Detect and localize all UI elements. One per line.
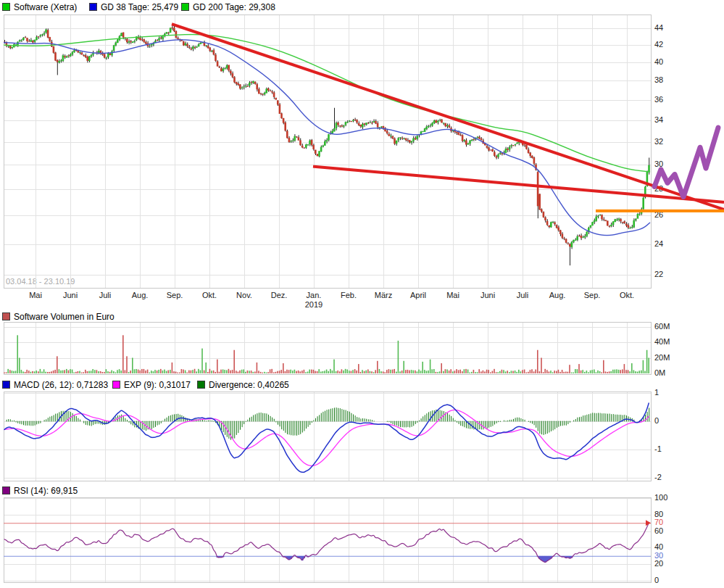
rsi-tick-label: 60 <box>654 526 663 535</box>
gd38-swatch-icon <box>89 3 97 11</box>
month-label: Feb. <box>331 291 366 299</box>
month-label: Juni <box>53 291 88 299</box>
price-tick-label: 42 <box>654 40 663 49</box>
rsi-tick-label: 80 <box>654 510 663 518</box>
macd-label: MACD (26, 12): 0,71283 <box>14 380 108 390</box>
macd-tick-label: -2 <box>654 473 662 481</box>
macd-tick-label: 0 <box>654 416 659 425</box>
month-label: Jan. <box>296 291 331 299</box>
rsi-label: RSI (14): 69,915 <box>14 486 78 496</box>
price-tick-label: 32 <box>654 137 663 146</box>
month-label: Aug. <box>122 291 157 299</box>
month-label: April <box>401 291 436 299</box>
rsi-swatch-icon <box>2 486 10 494</box>
month-label: Juli <box>88 291 122 299</box>
series-swatch-icon <box>2 3 10 11</box>
price-tick-label: 38 <box>654 75 663 84</box>
month-label: März <box>366 291 401 299</box>
date-range-label: 03.04.18 - 23.10.19 <box>6 277 75 286</box>
rsi-tick-label: 40 <box>654 542 663 551</box>
volume-label: Software Volumen in Euro <box>14 312 115 322</box>
series-label: Software (Xetra) <box>14 2 77 12</box>
volume-tick-label: 40M <box>654 337 670 346</box>
volume-legend: Software Volumen in Euro <box>2 312 115 322</box>
stock-chart-page: Software (Xetra) GD 38 Tage: 25,479 GD 2… <box>0 0 724 588</box>
price-tick-label: 40 <box>654 57 663 66</box>
gd200-swatch-icon <box>181 3 189 11</box>
macd-legend-exp: EXP (9): 0,31017 <box>112 380 191 390</box>
month-label: Juli <box>505 291 540 299</box>
macd-tick-label: -1 <box>654 444 662 453</box>
divergence-swatch-icon <box>197 381 205 389</box>
price-tick-label: 22 <box>654 270 663 278</box>
macd-swatch-icon <box>2 381 10 389</box>
price-tick-label: 28 <box>654 184 663 193</box>
gd38-label: GD 38 Tage: 25,479 <box>101 2 178 12</box>
price-tick-label: 44 <box>654 23 663 32</box>
month-label: Okt. <box>192 291 227 299</box>
rsi-tick-label: 100 <box>654 493 667 502</box>
month-label: Mai <box>436 291 470 299</box>
rsi-legend: RSI (14): 69,915 <box>2 486 78 496</box>
volume-tick-label: 60M <box>654 322 670 331</box>
rsi-tick-label: 70 <box>654 518 663 526</box>
price-legend-series: Software (Xetra) <box>2 2 77 12</box>
volume-tick-label: 0M <box>654 368 665 377</box>
month-label: Sep. <box>157 291 192 299</box>
rsi-tick-label: 30 <box>654 551 663 560</box>
month-label: Okt. <box>609 291 644 299</box>
volume-tick-label: 20M <box>654 353 670 362</box>
exp-swatch-icon <box>112 381 120 389</box>
macd-legend-macd: MACD (26, 12): 0,71283 <box>2 380 108 390</box>
month-label: Sep. <box>575 291 609 299</box>
price-tick-label: 24 <box>654 239 663 248</box>
month-label: Juni <box>470 291 505 299</box>
divergence-label: Divergence: 0,40265 <box>209 380 289 390</box>
volume-swatch-icon <box>2 312 10 320</box>
rsi-tick-label: 20 <box>654 559 663 568</box>
month-label: Mai <box>18 291 53 299</box>
year-label: 2019 <box>296 300 331 309</box>
price-tick-label: 36 <box>654 95 663 104</box>
price-tick-label: 34 <box>654 115 663 124</box>
price-tick-label: 30 <box>654 160 663 168</box>
month-label: Aug. <box>540 291 575 299</box>
price-legend-gd200: GD 200 Tage: 29,308 <box>181 2 275 12</box>
exp-label: EXP (9): 0,31017 <box>124 380 191 390</box>
macd-legend-divergence: Divergence: 0,40265 <box>197 380 289 390</box>
price-legend-gd38: GD 38 Tage: 25,479 <box>89 2 178 12</box>
gd200-label: GD 200 Tage: 29,308 <box>193 2 275 12</box>
month-label: Dez. <box>262 291 296 299</box>
price-tick-label: 26 <box>654 210 663 219</box>
macd-tick-label: 1 <box>654 388 659 397</box>
month-label: Nov. <box>227 291 262 299</box>
rsi-tick-label: 0 <box>654 576 659 584</box>
